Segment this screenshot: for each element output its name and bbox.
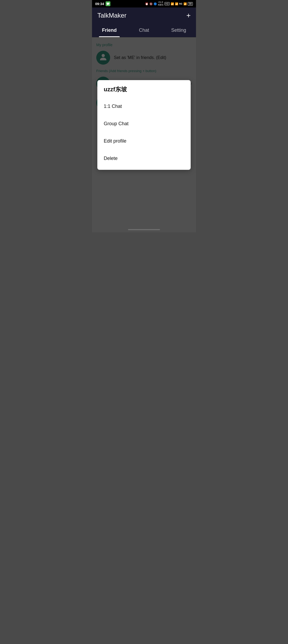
context-menu-item-1-1-chat[interactable]: 1:1 Chat [97, 98, 191, 115]
status-right: ⏰ 🔇 🔵 21.0KB/S HD 📶 📶 5G 📶 98 [145, 1, 193, 6]
context-menu-item-delete[interactable]: Delete [97, 150, 191, 167]
status-left: 09:34 [95, 1, 110, 6]
tab-friend[interactable]: Friend [92, 23, 127, 37]
wifi-icon: 📶 [171, 2, 174, 5]
status-time: 09:34 [95, 2, 104, 6]
5g-icon: 5G [179, 2, 182, 5]
signal2-icon: 📶 [183, 2, 187, 5]
data-speed: 21.0KB/S [158, 1, 163, 6]
tab-chat[interactable]: Chat [127, 23, 161, 37]
app-title: TalkMaker [97, 12, 126, 19]
main-content: My profile Set as 'ME' in friends. (Edit… [92, 37, 196, 232]
signal-icon: 📶 [175, 2, 178, 5]
mute-icon: 🔇 [149, 2, 153, 5]
alarm-icon: ⏰ [145, 2, 148, 5]
context-menu-item-group-chat[interactable]: Group Chat [97, 115, 191, 132]
context-menu-item-edit-profile[interactable]: Edit profile [97, 132, 191, 150]
tabs-bar: Friend Chat Setting [92, 23, 196, 37]
add-button[interactable]: + [186, 12, 191, 19]
context-menu: uzzf东坡 1:1 Chat Group Chat Edit profile … [97, 80, 191, 170]
tab-setting[interactable]: Setting [161, 23, 196, 37]
status-bar: 09:34 ⏰ 🔇 🔵 21.0KB/S HD 📶 📶 5G 📶 98 [92, 0, 196, 7]
hd-icon: HD [165, 2, 170, 5]
app-header: TalkMaker + [92, 7, 196, 23]
battery-icon: 98 [188, 2, 193, 6]
bluetooth-icon: 🔵 [154, 2, 157, 5]
message-notification-icon [106, 1, 110, 6]
svg-rect-0 [107, 3, 109, 5]
context-menu-title: uzzf东坡 [97, 85, 191, 98]
svg-marker-1 [107, 5, 108, 5]
